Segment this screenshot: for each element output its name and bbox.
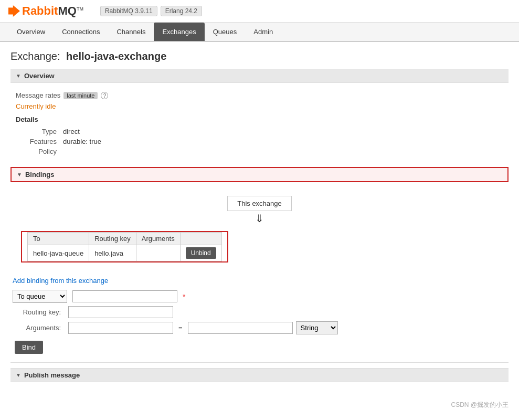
exchange-name: hello-java-exchange: [66, 50, 166, 62]
logo-tm: TM: [77, 6, 83, 12]
publish-triangle-icon: ▼: [16, 372, 21, 378]
bindings-triangle-icon: ▼: [17, 172, 22, 177]
overview-content: Message rates last minute ? Currently id…: [10, 87, 509, 161]
routing-key-label: Routing key:: [13, 308, 65, 316]
rabbitmq-version-badge: RabbitMQ 3.9.11: [100, 6, 157, 16]
nav-exchanges[interactable]: Exchanges: [154, 23, 204, 41]
nav: Overview Connections Channels Exchanges …: [0, 23, 519, 42]
binding-row-0: hello-java-queue hello.java Unbind: [28, 245, 222, 261]
erlang-version-badge: Erlang 24.2: [161, 6, 202, 16]
details-title: Details: [16, 113, 503, 127]
arguments-type-select[interactable]: String Number Boolean: [296, 321, 338, 334]
routing-key-row: Routing key:: [13, 306, 506, 318]
header: RabbitMQTM RabbitMQ 3.9.11 Erlang 24.2: [0, 0, 519, 23]
overview-section: ▼ Overview Message rates last minute ? C…: [10, 69, 509, 161]
binding-to-0: hello-java-queue: [28, 245, 89, 261]
overview-triangle-icon: ▼: [16, 73, 21, 79]
publish-section-header[interactable]: ▼ Publish message: [10, 368, 509, 382]
nav-queues[interactable]: Queues: [205, 23, 246, 41]
overview-section-header[interactable]: ▼ Overview: [10, 69, 509, 83]
details-type-row: Type direct: [21, 127, 503, 136]
details-table: Type direct Features durable: true Polic…: [21, 127, 503, 156]
bindings-table-body: hello-java-queue hello.java Unbind: [28, 245, 222, 261]
rabbitmq-logo-icon: [8, 5, 20, 17]
to-queue-row: To queue To exchange *: [13, 290, 506, 303]
message-rates-row: Message rates last minute ?: [16, 89, 503, 101]
required-star: *: [183, 292, 185, 301]
binding-unbind-cell-0: Unbind: [180, 245, 221, 261]
queue-name-input[interactable]: [72, 290, 177, 302]
policy-label: Policy: [21, 148, 63, 155]
logo-area: RabbitMQTM: [8, 4, 83, 18]
type-value: direct: [63, 128, 80, 135]
publish-section: ▼ Publish message: [10, 362, 509, 382]
bind-button-row: Bind: [13, 338, 506, 354]
col-action: [180, 233, 221, 245]
bindings-table: To Routing key Arguments hello-java-queu…: [27, 232, 222, 261]
message-rates-label: Message rates: [16, 91, 60, 99]
bindings-table-wrapper: To Routing key Arguments hello-java-queu…: [21, 231, 228, 262]
details-policy-row: Policy: [21, 146, 503, 156]
arguments-row: Arguments: = String Number Boolean: [13, 321, 506, 334]
logo-mq: MQ: [58, 4, 76, 17]
add-binding-section: Add binding from this exchange To queue …: [10, 277, 509, 354]
bindings-section: ▼ Bindings This exchange ⇓ To Routing ke…: [10, 167, 509, 268]
bind-button[interactable]: Bind: [15, 341, 43, 354]
arguments-value-input[interactable]: [188, 322, 293, 334]
nav-overview[interactable]: Overview: [8, 23, 54, 41]
nav-admin[interactable]: Admin: [245, 23, 281, 41]
binding-arguments-0: [136, 245, 180, 261]
idle-text: Currently idle: [16, 101, 503, 111]
arguments-label: Arguments:: [13, 324, 65, 332]
arguments-input[interactable]: [68, 322, 173, 334]
last-minute-badge: last minute: [63, 92, 98, 99]
version-badges: RabbitMQ 3.9.11 Erlang 24.2: [100, 6, 202, 16]
bindings-table-head: To Routing key Arguments: [28, 233, 222, 245]
col-to: To: [28, 233, 89, 245]
publish-header-label: Publish message: [24, 371, 80, 379]
add-binding-title: Add binding from this exchange: [13, 277, 506, 285]
logo-text: RabbitMQTM: [22, 4, 83, 18]
details-features-row: Features durable: true: [21, 136, 503, 146]
bindings-header-label: Bindings: [25, 171, 55, 178]
content: Exchange: hello-java-exchange ▼ Overview…: [0, 42, 519, 395]
bindings-content: This exchange ⇓ To Routing key Arguments: [10, 186, 509, 268]
binding-routing-key-0: hello.java: [89, 245, 136, 261]
features-label: Features: [21, 138, 63, 145]
page-title-prefix: Exchange:: [10, 50, 60, 62]
eq-sign: =: [178, 324, 183, 332]
overview-header-label: Overview: [24, 72, 55, 80]
page-title: Exchange: hello-java-exchange: [10, 50, 509, 62]
type-label: Type: [21, 128, 63, 135]
help-icon[interactable]: ?: [101, 92, 108, 99]
col-arguments: Arguments: [136, 233, 180, 245]
bindings-header-row: To Routing key Arguments: [28, 233, 222, 245]
this-exchange-box: This exchange: [227, 196, 292, 211]
details-section: Details Type direct Features durable: tr…: [16, 111, 503, 159]
nav-channels[interactable]: Channels: [108, 23, 154, 41]
features-value: durable: true: [63, 138, 101, 145]
bindings-diagram: This exchange ⇓: [16, 191, 503, 231]
routing-key-input[interactable]: [68, 306, 173, 318]
bindings-section-header[interactable]: ▼ Bindings: [10, 167, 509, 182]
unbind-button-0[interactable]: Unbind: [186, 247, 216, 259]
to-select[interactable]: To queue To exchange: [13, 290, 67, 303]
nav-connections[interactable]: Connections: [54, 23, 108, 41]
logo-rabbit: Rabbit: [22, 4, 58, 17]
arrow-down-icon: ⇓: [255, 211, 264, 226]
col-routing-key: Routing key: [89, 233, 136, 245]
